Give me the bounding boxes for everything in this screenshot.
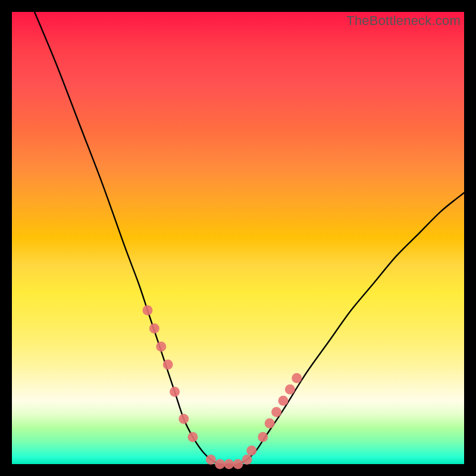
marker-point xyxy=(242,455,252,465)
marker-point xyxy=(246,446,256,456)
bottleneck-chart xyxy=(12,12,464,464)
marker-point xyxy=(206,455,216,465)
bottleneck-curve-line xyxy=(35,12,464,465)
marker-point xyxy=(224,459,234,469)
marker-point xyxy=(215,459,225,469)
marker-point xyxy=(285,384,295,394)
marker-point xyxy=(292,373,302,383)
marker-point xyxy=(149,324,159,334)
marker-point xyxy=(178,414,189,424)
marker-point xyxy=(271,407,281,417)
marker-point xyxy=(170,387,180,397)
plot-area: TheBottleneck.com xyxy=(12,12,464,464)
marker-point xyxy=(233,459,243,469)
marker-point xyxy=(258,432,268,442)
markers-group xyxy=(143,305,302,469)
marker-point xyxy=(163,359,173,369)
marker-point xyxy=(143,305,153,315)
chart-container: TheBottleneck.com xyxy=(0,0,476,476)
marker-point xyxy=(156,342,166,352)
marker-point xyxy=(265,418,275,428)
marker-point xyxy=(188,432,198,442)
marker-point xyxy=(278,396,289,406)
